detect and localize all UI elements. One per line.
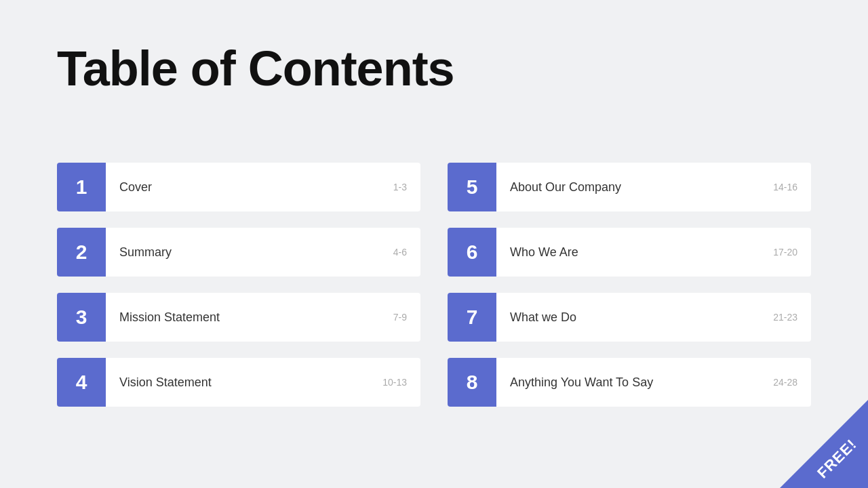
toc-label-3: Mission Statement xyxy=(106,310,393,325)
toc-label-6: Who We Are xyxy=(496,245,773,260)
toc-label-4: Vision Statement xyxy=(106,375,382,390)
toc-pages-3: 7-9 xyxy=(393,312,420,323)
toc-item-7[interactable]: 7 What we Do 21-23 xyxy=(448,293,811,342)
toc-label-1: Cover xyxy=(106,180,393,195)
toc-number-2: 2 xyxy=(57,228,106,277)
toc-number-4: 4 xyxy=(57,358,106,407)
toc-number-1: 1 xyxy=(57,163,106,211)
toc-item-2[interactable]: 2 Summary 4-6 xyxy=(57,228,420,277)
toc-item-3[interactable]: 3 Mission Statement 7-9 xyxy=(57,293,420,342)
toc-label-8: Anything You Want To Say xyxy=(496,375,773,390)
page-title: Table of Contents xyxy=(57,41,454,96)
toc-item-4[interactable]: 4 Vision Statement 10-13 xyxy=(57,358,420,407)
toc-grid: 1 Cover 1-3 5 About Our Company 14-16 2 … xyxy=(57,163,811,407)
toc-number-8: 8 xyxy=(448,358,496,407)
toc-pages-1: 1-3 xyxy=(393,182,420,192)
toc-label-2: Summary xyxy=(106,245,393,260)
toc-item-8[interactable]: 8 Anything You Want To Say 24-28 xyxy=(448,358,811,407)
toc-label-7: What we Do xyxy=(496,310,773,325)
toc-pages-5: 14-16 xyxy=(773,182,811,192)
free-badge: FREE! xyxy=(780,400,868,488)
toc-item-5[interactable]: 5 About Our Company 14-16 xyxy=(448,163,811,211)
toc-number-6: 6 xyxy=(448,228,496,277)
toc-number-7: 7 xyxy=(448,293,496,342)
toc-number-5: 5 xyxy=(448,163,496,211)
toc-number-3: 3 xyxy=(57,293,106,342)
toc-pages-7: 21-23 xyxy=(773,312,811,323)
free-badge-text: FREE! xyxy=(814,436,861,483)
toc-label-5: About Our Company xyxy=(496,180,773,195)
toc-pages-2: 4-6 xyxy=(393,247,420,258)
toc-pages-6: 17-20 xyxy=(773,247,811,258)
toc-pages-8: 24-28 xyxy=(773,377,811,388)
toc-item-1[interactable]: 1 Cover 1-3 xyxy=(57,163,420,211)
toc-item-6[interactable]: 6 Who We Are 17-20 xyxy=(448,228,811,277)
toc-pages-4: 10-13 xyxy=(382,377,420,388)
